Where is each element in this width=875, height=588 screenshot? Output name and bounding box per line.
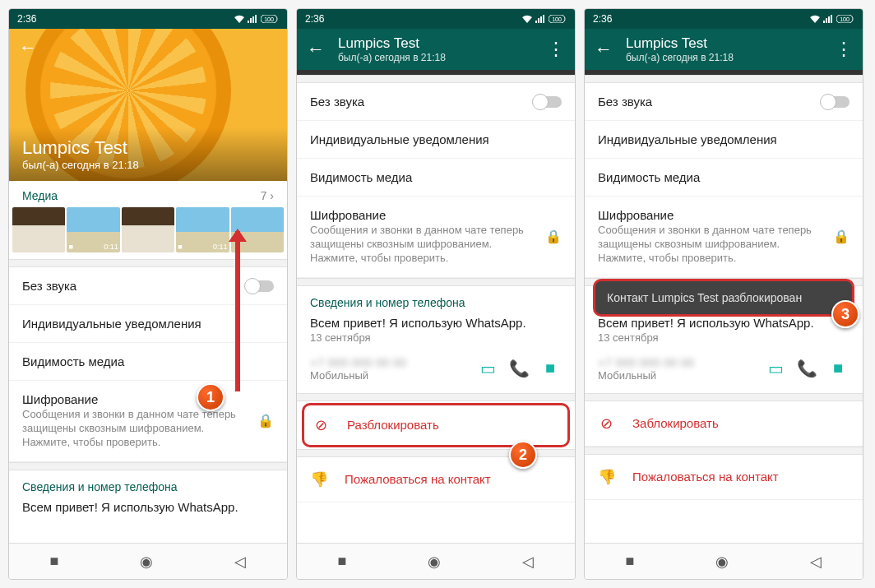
toast-text: Контакт Lumpics Test разблокирован <box>607 291 802 304</box>
media-visibility-row[interactable]: Видимость медиа <box>297 159 575 197</box>
phone-type: Мобильный <box>310 369 468 382</box>
nav-home-icon[interactable]: ◉ <box>428 553 441 571</box>
thumbs-down-icon: 👎 <box>310 470 326 488</box>
encryption-sub: Сообщения и звонки в данном чате теперь … <box>22 408 246 450</box>
phone-screen-3: 2:36 100 ← Lumpics Test был(-а) сегодня … <box>584 8 863 580</box>
chat-header: ← Lumpics Test был(-а) сегодня в 21:18 ⋮ <box>585 29 863 70</box>
mute-toggle[interactable] <box>822 96 850 108</box>
annotation-arrow <box>235 231 240 391</box>
media-thumb[interactable] <box>122 207 174 252</box>
divider <box>297 278 575 286</box>
unblock-label: Разблокировать <box>347 418 439 432</box>
media-visibility-row[interactable]: Видимость медиа <box>585 159 863 197</box>
info-status: Всем привет! Я использую WhatsApp. <box>310 316 562 330</box>
phone-number-row[interactable]: +7 000 000 00 00 Мобильный ▭ 📞 ■ <box>297 347 575 393</box>
media-thumb[interactable]: ■0:11 <box>176 207 229 252</box>
nav-recent-icon[interactable]: ■ <box>50 553 59 570</box>
info-header: Сведения и номер телефона <box>310 296 562 309</box>
block-button[interactable]: ⊘ Заблокировать <box>585 401 863 447</box>
content-area: Без звука Индивидуальные уведомления Вид… <box>297 70 575 543</box>
nav-back-icon[interactable]: ◁ <box>234 553 246 571</box>
mute-row[interactable]: Без звука <box>585 83 863 121</box>
lock-icon: 🔒 <box>545 229 562 244</box>
status-time: 2:36 <box>17 13 36 25</box>
encryption-label: Шифрование <box>310 208 534 222</box>
status-bar: 2:36 100 <box>297 9 575 29</box>
block-icon: ⊘ <box>598 414 614 433</box>
status-time: 2:36 <box>305 13 324 25</box>
thumbs-down-icon: 👎 <box>598 468 614 486</box>
battery-icon: 100 <box>261 15 279 23</box>
encryption-sub: Сообщения и звонки в данном чате теперь … <box>598 224 822 266</box>
back-icon[interactable]: ← <box>307 39 325 60</box>
encryption-row[interactable]: Шифрование Сообщения и звонки в данном ч… <box>297 197 575 278</box>
notifications-row[interactable]: Индивидуальные уведомления <box>585 121 863 159</box>
android-navbar: ■ ◉ ◁ <box>585 543 863 579</box>
encryption-row[interactable]: Шифрование Сообщения и звонки в данном ч… <box>9 381 287 462</box>
encryption-row[interactable]: Шифрование Сообщения и звонки в данном ч… <box>585 197 863 278</box>
media-thumb[interactable] <box>12 207 65 252</box>
video-call-icon[interactable]: ■ <box>826 359 850 377</box>
media-count: 7 › <box>261 189 274 202</box>
callout-3: 3 <box>831 300 859 328</box>
video-call-icon[interactable]: ■ <box>539 359 562 377</box>
back-icon[interactable]: ← <box>595 39 613 60</box>
contact-last-seen: был(-а) сегодня в 21:18 <box>22 159 274 171</box>
media-thumb[interactable]: ■0:11 <box>67 207 119 252</box>
callout-1: 1 <box>197 383 225 411</box>
signal-icon <box>248 15 257 23</box>
nav-home-icon[interactable]: ◉ <box>140 553 153 571</box>
mute-label: Без звука <box>22 279 234 293</box>
info-date: 13 сентября <box>310 331 562 344</box>
back-icon[interactable]: ← <box>19 37 37 58</box>
divider <box>297 75 575 83</box>
nav-recent-icon[interactable]: ■ <box>626 553 635 570</box>
header-name: Lumpics Test <box>338 35 534 52</box>
hero-overlay: Lumpics Test был(-а) сегодня в 21:18 <box>9 127 287 181</box>
mute-row[interactable]: Без звука <box>9 267 287 305</box>
notifications-row[interactable]: Индивидуальные уведомления <box>297 121 575 159</box>
wifi-icon <box>810 15 820 23</box>
lock-icon: 🔒 <box>257 413 274 428</box>
media-header[interactable]: Медиа 7 › <box>9 181 287 207</box>
unblock-button[interactable]: ⊘ Разблокировать <box>302 403 570 447</box>
video-icon: ■ <box>178 243 182 251</box>
callout-2: 2 <box>509 441 537 469</box>
mute-row[interactable]: Без звука <box>297 83 575 121</box>
media-label: Медиа <box>22 189 58 202</box>
svg-text:100: 100 <box>552 16 562 22</box>
message-icon[interactable]: ▭ <box>764 359 787 378</box>
message-icon[interactable]: ▭ <box>476 359 499 378</box>
media-visibility-label: Видимость медиа <box>310 170 562 184</box>
info-status: Всем привет! Я использую WhatsApp. <box>598 316 850 330</box>
notifications-row[interactable]: Индивидуальные уведомления <box>9 305 287 343</box>
nav-recent-icon[interactable]: ■ <box>338 553 347 570</box>
nav-home-icon[interactable]: ◉ <box>715 553 729 571</box>
wifi-icon <box>522 15 532 23</box>
signal-icon <box>535 15 545 23</box>
battery-icon: 100 <box>549 15 567 23</box>
report-label: Пожаловаться на контакт <box>345 472 491 486</box>
info-block: Сведения и номер телефона Всем привет! Я… <box>9 470 287 517</box>
nav-back-icon[interactable]: ◁ <box>522 553 534 571</box>
block-icon: ⊘ <box>312 416 329 434</box>
divider <box>9 259 287 267</box>
header-name: Lumpics Test <box>626 35 822 52</box>
phone-number-row[interactable]: +7 000 000 00 00 Мобильный ▭ 📞 ■ <box>585 347 863 393</box>
call-icon[interactable]: 📞 <box>795 359 818 378</box>
notifications-label: Индивидуальные уведомления <box>598 132 850 146</box>
more-icon[interactable]: ⋮ <box>835 39 853 60</box>
video-icon: ■ <box>68 243 72 251</box>
nav-back-icon[interactable]: ◁ <box>810 553 822 571</box>
more-icon[interactable]: ⋮ <box>547 39 565 60</box>
media-visibility-row[interactable]: Видимость медиа <box>9 343 287 381</box>
mute-toggle[interactable] <box>246 280 274 292</box>
phone-number: +7 000 000 00 00 <box>598 355 756 369</box>
mute-toggle[interactable] <box>534 96 562 108</box>
info-block: Сведения и номер телефона Всем привет! Я… <box>297 286 575 347</box>
divider <box>585 393 863 401</box>
lock-icon: 🔒 <box>833 229 850 244</box>
report-button[interactable]: 👎 Пожаловаться на контакт <box>585 455 863 500</box>
encryption-sub: Сообщения и звонки в данном чате теперь … <box>310 224 534 266</box>
call-icon[interactable]: 📞 <box>507 359 530 378</box>
